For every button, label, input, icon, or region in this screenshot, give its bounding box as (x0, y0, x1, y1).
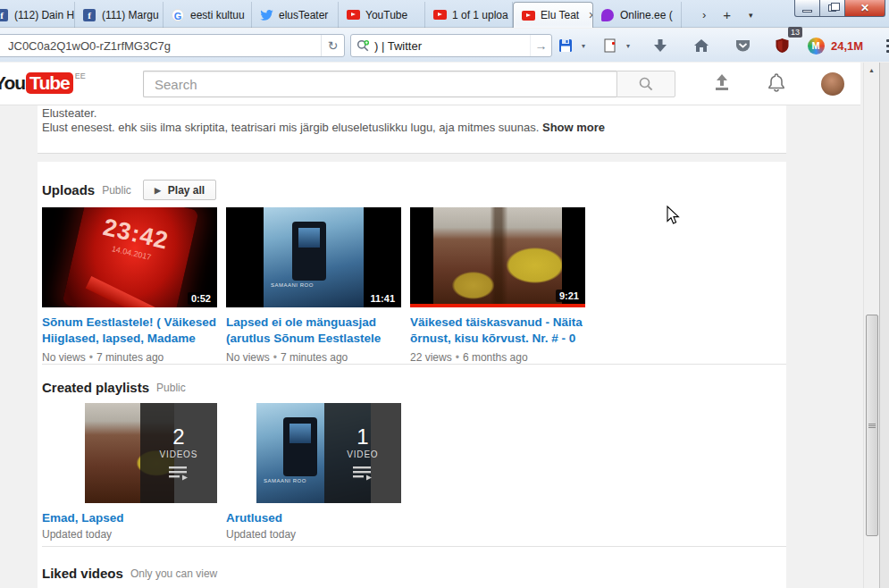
tab-label: 1 of 1 uploa (452, 9, 508, 21)
playlist-icon (353, 466, 373, 481)
play-all-button[interactable]: ▶ Play all (143, 180, 216, 200)
counter-value: 24,1M (827, 39, 867, 53)
search-engine-button[interactable] (351, 35, 374, 56)
playlist-video-count: 2 (172, 425, 184, 449)
tab-facebook-1[interactable]: f (112) Dain H (0, 2, 75, 28)
channel-description-text: Elust enesest. ehk siis ilma skriptita, … (42, 121, 539, 134)
video-title-link[interactable]: Sõnum Eestlastele! ( Väikesed Hiiglased,… (42, 315, 217, 347)
playlist-overlay: 1 VIDEO (324, 403, 401, 503)
adblock-shield-button[interactable]: 13 (770, 33, 793, 58)
reload-icon: ↻ (328, 38, 339, 53)
playlist-thumbnail[interactable]: 2 VIDEOS (42, 403, 217, 503)
video-card: 23:42 14.04.2017 0:52 Sõnum Eestlastele!… (42, 207, 217, 364)
youtube-search-button[interactable] (616, 71, 675, 97)
tab-facebook-2[interactable]: f (111) Margu (75, 2, 164, 28)
google-icon: G (172, 9, 184, 21)
measureit-button[interactable]: M (804, 33, 827, 58)
scrollbar-thumb[interactable] (866, 315, 878, 536)
youtube-icon (433, 10, 447, 20)
twitter-icon (260, 10, 273, 21)
tab-close-icon[interactable]: ✕ (588, 11, 593, 21)
notifications-button[interactable] (767, 72, 785, 96)
channel-name-line: Elusteater. (42, 106, 786, 121)
playlist-video-count: 1 (356, 425, 368, 449)
video-title-link[interactable]: Väikesed täiskasvanud - Näita õrnust, ki… (410, 315, 585, 347)
youtube-header: You Tube EE (0, 63, 860, 105)
video-thumbnail[interactable]: 9:21 (410, 207, 585, 307)
uploads-visibility: Public (102, 184, 131, 197)
page-red-cross-icon (604, 38, 617, 53)
playlist-updated: Updated today (226, 528, 401, 541)
window-controls: ✕ (794, 0, 885, 17)
tab-strip: f (112) Dain H f (111) Margu G eesti kul… (0, 2, 760, 28)
browser-search-bar[interactable]: ) | Twitter → (350, 34, 552, 57)
playlist-title-link[interactable]: Emad, Lapsed (42, 511, 217, 525)
youtube-icon (347, 10, 360, 20)
playlist-overlay: 2 VIDEOS (140, 403, 217, 503)
close-button[interactable]: ✕ (845, 0, 885, 17)
uploads-section: Uploads Public ▶ Play all 23:42 14.04.20… (42, 162, 786, 365)
youtube-icon (522, 11, 535, 21)
video-duration: 0:52 (188, 292, 214, 305)
toolbar-buttons: ▾ ▾ (554, 32, 889, 59)
url-bar[interactable]: ↻ (0, 34, 345, 57)
save-dropdown-caret[interactable]: ▾ (577, 42, 590, 50)
video-thumbnail[interactable]: SAMAANI ROO 11:41 (226, 207, 401, 307)
menu-button[interactable] (883, 36, 889, 56)
youtube-logo[interactable]: You Tube EE (0, 72, 86, 94)
online-ee-icon (601, 9, 614, 21)
tab-youtube-active[interactable]: Elu Teat ✕ (513, 2, 593, 28)
playlist-title-link[interactable]: Arutlused (226, 511, 401, 525)
video-meta: No views•7 minutes ago (226, 351, 401, 364)
new-tab-button[interactable]: + (712, 7, 742, 22)
tab-label: eesti kultuu (190, 9, 245, 21)
save-page-button[interactable] (554, 33, 577, 58)
reload-button[interactable]: ↻ (321, 35, 344, 56)
playlists-visibility: Public (156, 382, 186, 394)
addon-page-button[interactable] (599, 33, 622, 58)
search-engine-icon (356, 39, 370, 53)
playlists-section: Created playlists Public 2 VIDEOS (42, 365, 786, 547)
video-meta: No views•7 minutes ago (42, 351, 217, 364)
page-scrollbar[interactable]: ▲ (863, 63, 879, 588)
account-avatar[interactable] (821, 72, 844, 96)
video-meta: 22 views•6 months ago (410, 351, 585, 364)
youtube-search-input[interactable] (143, 71, 616, 97)
scroll-up-button[interactable]: ▲ (864, 63, 879, 78)
show-more-link[interactable]: Show more (542, 121, 605, 134)
video-card: 9:21 Väikesed täiskasvanud - Näita õrnus… (410, 207, 585, 364)
channel-page: Elusteater. Elust enesest. ehk siis ilma… (0, 105, 860, 588)
tab-label: (111) Margu (102, 9, 159, 21)
video-title-link[interactable]: Lapsed ei ole mänguasjad (arutlus Sõnum … (226, 315, 401, 347)
video-thumbnail[interactable]: 23:42 14.04.2017 0:52 (42, 207, 217, 307)
minimize-button[interactable] (794, 0, 820, 17)
tab-online-ee[interactable]: Online.ee ( (593, 2, 682, 28)
tab-youtube-2[interactable]: 1 of 1 uploa (425, 2, 513, 28)
pocket-button[interactable] (731, 33, 754, 58)
facebook-icon: f (0, 9, 8, 21)
downloads-button[interactable] (649, 33, 672, 58)
tab-label: elusTeater (279, 9, 328, 21)
url-input[interactable] (0, 39, 321, 53)
tab-youtube-1[interactable]: YouTube (339, 2, 425, 28)
upload-button[interactable] (712, 73, 732, 95)
play-icon: ▶ (155, 186, 161, 195)
shield-icon (775, 38, 790, 54)
restore-button[interactable] (820, 0, 845, 17)
close-x-icon: ✕ (860, 2, 869, 14)
search-go-button[interactable]: → (530, 35, 551, 56)
search-query-text[interactable]: ) | Twitter (374, 39, 422, 53)
tab-scroll-right-icon[interactable]: › (696, 8, 712, 21)
home-icon (693, 38, 709, 53)
navigation-toolbar: ↻ ) | Twitter → (0, 29, 889, 62)
liked-videos-section: Liked videos Only you can view (42, 547, 786, 581)
tab-google[interactable]: G eesti kultuu (164, 2, 252, 28)
tab-twitter[interactable]: elusTeater (252, 2, 339, 28)
browser-titlebar: f (112) Dain H f (111) Margu G eesti kul… (0, 0, 889, 28)
playlist-thumbnail[interactable]: SAMAANI ROO 1 VIDEO (226, 403, 401, 503)
go-arrow-icon: → (535, 38, 548, 53)
thumbnail-art (433, 207, 562, 307)
home-button[interactable] (690, 33, 713, 58)
addon-dropdown-caret[interactable]: ▾ (622, 42, 634, 50)
tab-list-dropdown-icon[interactable]: ▾ (742, 11, 760, 20)
